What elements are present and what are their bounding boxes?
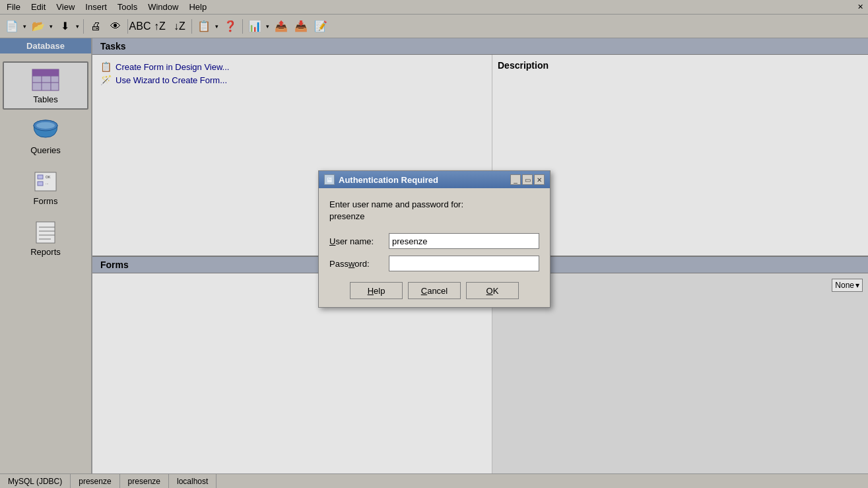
dialog-cancel-button[interactable]: Cancel	[408, 282, 461, 299]
dialog-help-button[interactable]: Help	[350, 282, 403, 299]
dialog-password-label: Password:	[329, 259, 389, 269]
password-underline-char: w	[349, 259, 354, 269]
dialog-title-left: 🖥 Authentication Required	[324, 174, 438, 185]
dialog-ok-button[interactable]: OK	[466, 282, 519, 299]
dialog-minimize-button[interactable]: _	[510, 174, 521, 185]
dialog-username-label: User name:	[329, 236, 389, 246]
dialog-buttons: Help Cancel OK	[329, 282, 539, 299]
dialog-titlebar: 🖥 Authentication Required _ ▭ ✕	[319, 171, 550, 188]
dialog-restore-button[interactable]: ▭	[522, 174, 533, 185]
dialog-username-field: User name:	[329, 233, 539, 249]
auth-dialog: 🖥 Authentication Required _ ▭ ✕ Enter us…	[318, 170, 551, 308]
dialog-body: Enter user name and password for:presenz…	[319, 188, 550, 307]
dialog-controls: _ ▭ ✕	[510, 174, 545, 185]
dialog-close-button[interactable]: ✕	[534, 174, 545, 185]
username-label-rest: ser name:	[335, 236, 374, 246]
dialog-title-text: Authentication Required	[339, 175, 438, 185]
dialog-username-input[interactable]	[389, 233, 539, 249]
username-underline-char: U	[329, 236, 335, 246]
dialog-password-field: Password:	[329, 256, 539, 271]
dialog-password-input[interactable]	[389, 256, 539, 271]
dialog-window-icon: 🖥	[324, 174, 335, 185]
dialog-overlay: 🖥 Authentication Required _ ▭ ✕ Enter us…	[0, 0, 868, 488]
dialog-message: Enter user name and password for:presenz…	[329, 199, 539, 223]
